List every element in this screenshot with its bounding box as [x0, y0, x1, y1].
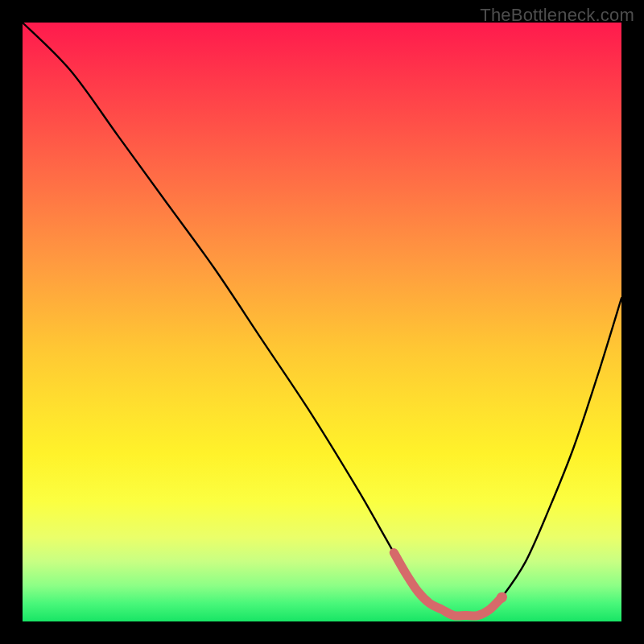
plot-area: [23, 23, 621, 621]
optimal-band-path: [394, 552, 502, 616]
curve-svg: [23, 23, 621, 621]
chart-frame: TheBottleneck.com: [0, 0, 644, 644]
bottleneck-curve-path: [23, 23, 621, 616]
optimal-band-end-dot: [497, 592, 507, 603]
